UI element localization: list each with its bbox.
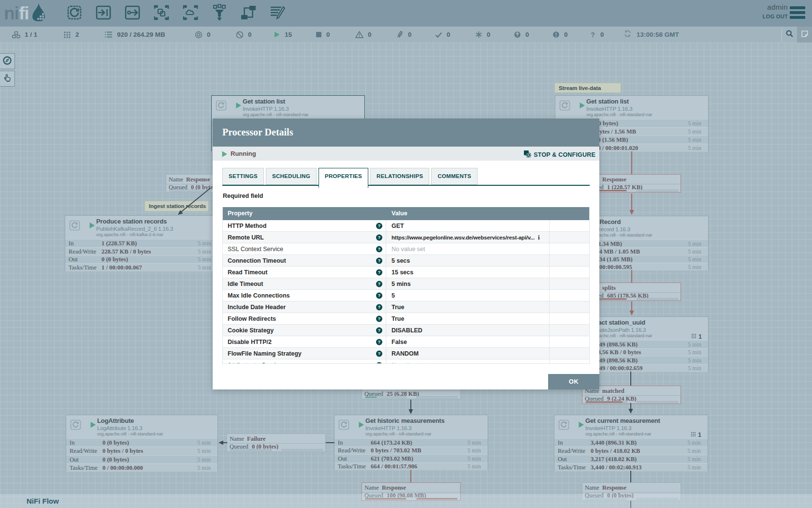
- account-area: admin LOG OUT: [763, 3, 788, 19]
- stop-configure-label: STOP & CONFIGURE: [534, 151, 595, 158]
- property-row[interactable]: FlowFile Naming Strategy?RANDOM: [223, 348, 589, 359]
- stat-value: 228.57 KB / 0 bytes: [102, 248, 151, 255]
- tab-properties[interactable]: PROPERTIES: [319, 168, 368, 188]
- toolbar-funnel-icon[interactable]: [209, 3, 230, 24]
- toolbar-template-icon[interactable]: [238, 3, 259, 24]
- help-icon[interactable]: ?: [376, 234, 382, 240]
- property-value: False: [392, 339, 407, 345]
- help-icon[interactable]: ?: [376, 292, 382, 299]
- last-refresh-time: 13:00:58 GMT: [637, 31, 679, 38]
- processor-type: InvokeHTTP 1.16.3: [365, 425, 411, 432]
- stat-value: 0 / 00:00:00.000: [102, 464, 143, 471]
- property-row[interactable]: HTTP Method?GET: [223, 220, 589, 232]
- stop-configure-icon: [523, 150, 531, 160]
- tab-comments[interactable]: COMMENTS: [431, 168, 477, 185]
- canvas-label[interactable]: Ingest station records: [145, 201, 209, 211]
- property-row[interactable]: Read Timeout?15 secs: [223, 267, 589, 278]
- status-value: 0: [525, 31, 529, 38]
- property-row[interactable]: Attributes to Send?No value set: [223, 359, 589, 364]
- corner-panel-button[interactable]: [797, 27, 812, 43]
- tab-scheduling[interactable]: SCHEDULING: [266, 168, 317, 185]
- refresh-status[interactable]: 13:00:58 GMT: [624, 27, 679, 43]
- global-menu-icon[interactable]: [790, 6, 805, 20]
- running-icon: [221, 150, 228, 159]
- processor[interactable]: Get historic measurementsInvokeHTTP 1.16…: [334, 415, 488, 470]
- property-row[interactable]: SSL Context Service?No value set: [223, 243, 589, 255]
- processor-stat-row: In1 (228.57 KB)5 min: [65, 239, 218, 247]
- stat-period: 5 min: [687, 456, 701, 463]
- property-row[interactable]: Max Idle Connections?5: [223, 290, 589, 301]
- running-icon: [274, 31, 280, 38]
- toolbar-processor-icon[interactable]: [64, 3, 85, 24]
- property-value: GET: [392, 223, 404, 229]
- connection-label[interactable]: NameFailureQueued0 (0 bytes): [227, 433, 326, 452]
- navigate-palette-button[interactable]: [0, 53, 15, 69]
- toolbar-remote-process-group-icon[interactable]: [180, 3, 201, 24]
- value-cell[interactable]: 5: [386, 290, 550, 301]
- toolbar-process-group-icon[interactable]: [151, 3, 172, 24]
- help-icon[interactable]: ?: [376, 315, 382, 322]
- help-icon[interactable]: ?: [376, 246, 382, 252]
- backpressure-object-bar: [230, 449, 272, 451]
- tab-settings[interactable]: SETTINGS: [222, 168, 264, 185]
- toolbar-label-icon[interactable]: [267, 3, 288, 24]
- tab-relationships[interactable]: RELATIONSHIPS: [370, 168, 429, 185]
- property-row[interactable]: Remote URL?https://www.pegelonline.wsv.d…: [223, 232, 589, 243]
- value-cell[interactable]: 5 secs: [386, 255, 550, 266]
- property-row[interactable]: Follow Redirects?True: [223, 313, 589, 325]
- value-cell[interactable]: DISABLED: [386, 325, 550, 336]
- stat-value: 0 (0 bytes): [102, 256, 128, 263]
- value-cell[interactable]: No value set: [386, 359, 550, 364]
- value-cell[interactable]: https://www.pegelonline.wsv.de/webservic…: [386, 232, 550, 243]
- value-cell[interactable]: GET: [386, 220, 550, 231]
- property-name: Idle Timeout: [228, 281, 263, 287]
- breadcrumb-root[interactable]: NiFi Flow: [27, 497, 59, 505]
- connection-name: splits: [602, 284, 616, 292]
- value-cell[interactable]: True: [386, 313, 550, 324]
- property-row[interactable]: Disable HTTP/2?False: [223, 336, 589, 348]
- locally-modified-stale-icon: [552, 31, 560, 38]
- output-port-icon: [123, 3, 142, 24]
- property-row[interactable]: Connection Timeout?5 secs: [223, 255, 589, 267]
- connection-name-key: Name: [169, 176, 183, 183]
- processor-type: PublishKafkaRecord_2_6 1.16.3: [96, 225, 173, 232]
- help-icon[interactable]: ?: [376, 257, 382, 264]
- property-row[interactable]: Cookie Strategy?DISABLED: [223, 325, 589, 336]
- flow-status-bar: 1 / 12920 / 264.29 MB00150000000?0 13:00…: [0, 27, 812, 43]
- help-icon[interactable]: ?: [376, 350, 382, 357]
- help-icon[interactable]: ?: [376, 281, 382, 287]
- connection-name-key: Name: [585, 484, 599, 492]
- processor[interactable]: LogAttributeLogAttribute 1.16.3org.apach…: [66, 415, 218, 471]
- ok-button[interactable]: OK: [548, 374, 599, 389]
- label-icon: [268, 3, 287, 24]
- processor[interactable]: Get current measurementInvokeHTTP 1.16.3…: [554, 415, 708, 471]
- value-cell[interactable]: False: [386, 336, 550, 347]
- help-icon[interactable]: ?: [376, 327, 382, 333]
- status-threads: 2: [63, 27, 79, 43]
- stop-and-configure-button[interactable]: STOP & CONFIGURE: [523, 150, 595, 160]
- property-value: 15 secs: [392, 269, 413, 276]
- value-cell[interactable]: No value set: [386, 243, 550, 254]
- toolbar-output-port-icon[interactable]: [122, 3, 143, 24]
- logout-link[interactable]: LOG OUT: [763, 14, 788, 19]
- help-icon[interactable]: ?: [376, 362, 382, 364]
- processor[interactable]: Produce station recordsPublishKafkaRecor…: [65, 215, 218, 271]
- toolbar-input-port-icon[interactable]: [93, 3, 114, 24]
- property-row[interactable]: Idle Timeout?5 mins: [223, 278, 589, 290]
- stat-value: 3,440 (896.31 KB): [591, 439, 637, 447]
- canvas-label[interactable]: Stream live-data: [554, 83, 621, 93]
- help-icon[interactable]: ?: [376, 339, 382, 345]
- value-cell[interactable]: True: [386, 301, 550, 313]
- operate-palette-button[interactable]: [0, 71, 15, 87]
- run-status-label: Running: [231, 150, 256, 157]
- value-cell[interactable]: 5 mins: [386, 278, 550, 289]
- help-icon[interactable]: ?: [376, 223, 382, 229]
- value-cell[interactable]: RANDOM: [386, 348, 550, 359]
- search-button[interactable]: [782, 27, 797, 43]
- info-icon[interactable]: i: [538, 234, 539, 241]
- help-icon[interactable]: ?: [376, 269, 382, 275]
- connection-name: Response: [602, 484, 626, 492]
- value-cell[interactable]: 15 secs: [386, 267, 550, 278]
- property-row[interactable]: Include Date Header?True: [223, 301, 589, 313]
- help-icon[interactable]: ?: [376, 304, 382, 310]
